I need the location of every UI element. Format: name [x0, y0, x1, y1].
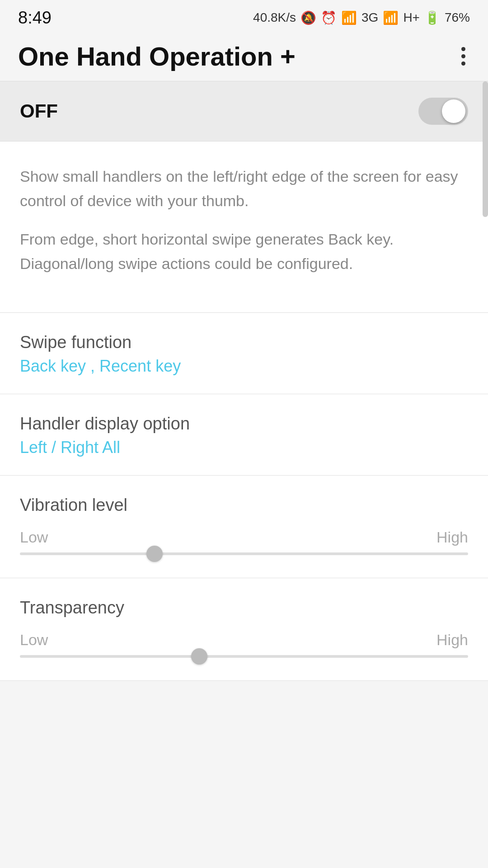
transparency-section: Transparency Low High: [0, 578, 488, 681]
transparency-low-label: Low: [20, 631, 48, 649]
network-type-2: H+: [403, 10, 420, 25]
battery-icon: 🔋: [424, 10, 440, 25]
transparency-high-label: High: [436, 631, 468, 649]
network-type: 3G: [361, 10, 378, 25]
status-bar: 8:49 40.8K/s 🔕 ⏰ 📶 3G 📶 H+ 🔋 76%: [0, 0, 488, 32]
menu-dot-2: [461, 54, 465, 58]
transparency-slider-thumb[interactable]: [191, 648, 207, 665]
handler-display-title: Handler display option: [20, 414, 468, 434]
vibration-section: Vibration level Low High: [0, 476, 488, 578]
vibration-high-label: High: [436, 528, 468, 546]
swipe-function-value: Back key , Recent key: [20, 357, 468, 376]
signal-icon-2: 📶: [383, 10, 399, 25]
vibration-slider-track[interactable]: [20, 552, 468, 555]
vibration-title: Vibration level: [20, 495, 468, 515]
main-toggle[interactable]: [418, 98, 468, 125]
overflow-menu-button[interactable]: [457, 42, 470, 70]
vibration-low-label: Low: [20, 528, 48, 546]
signal-icon: 📶: [341, 10, 357, 25]
status-time: 8:49: [18, 8, 52, 28]
battery-percent: 76%: [445, 10, 470, 25]
description-line1: Show small handlers on the left/right ed…: [20, 164, 468, 213]
alarm-icon: ⏰: [321, 10, 337, 25]
app-title: One Hand Operation +: [18, 41, 296, 71]
transparency-labels: Low High: [20, 631, 468, 649]
toggle-section: OFF: [0, 81, 488, 142]
description-line2: From edge, short horizontal swipe genera…: [20, 227, 468, 276]
transparency-title: Transparency: [20, 598, 468, 618]
toggle-knob: [442, 99, 465, 123]
swipe-function-row[interactable]: Swipe function Back key , Recent key: [0, 313, 488, 394]
menu-dot-3: [461, 61, 465, 66]
toggle-label: OFF: [20, 100, 58, 122]
status-icons: 40.8K/s 🔕 ⏰ 📶 3G 📶 H+ 🔋 76%: [253, 10, 470, 25]
handler-display-row[interactable]: Handler display option Left / Right All: [0, 394, 488, 476]
app-bar: One Hand Operation +: [0, 32, 488, 81]
swipe-function-title: Swipe function: [20, 333, 468, 352]
transparency-slider-track[interactable]: [20, 655, 468, 658]
mute-icon: 🔕: [300, 10, 316, 25]
description-section: Show small handlers on the left/right ed…: [0, 142, 488, 313]
scrollbar[interactable]: [483, 81, 488, 217]
vibration-labels: Low High: [20, 528, 468, 546]
handler-display-value: Left / Right All: [20, 438, 468, 457]
vibration-slider-thumb[interactable]: [146, 546, 163, 562]
menu-dot-1: [461, 47, 465, 51]
network-speed: 40.8K/s: [253, 10, 296, 25]
